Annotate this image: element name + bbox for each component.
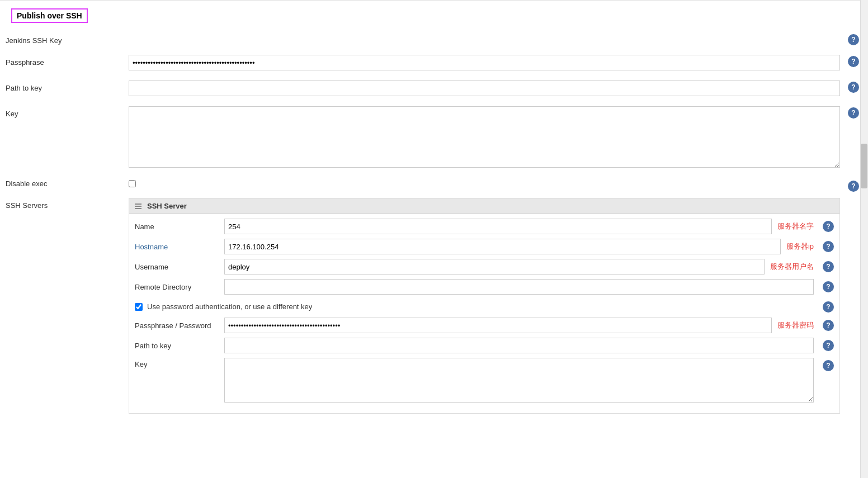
jenkins-ssh-key-row: Jenkins SSH Key ? [0,31,868,47]
hostname-row: Hostname 服务器ip ? [135,239,834,254]
remote-directory-input[interactable] [224,279,814,295]
path-to-key-label: Path to key [6,81,129,92]
jenkins-ssh-key-help-button[interactable]: ? [848,34,859,45]
server-passphrase-help-button[interactable]: ? [823,320,834,331]
key-field-wrap [129,106,840,169]
scrollbar-track [860,0,868,478]
server-passphrase-input[interactable] [224,318,772,333]
server-path-to-key-row: Path to key ? [135,338,834,353]
server-key-label: Key [135,358,224,368]
key-textarea[interactable] [129,106,840,168]
remote-directory-help-button[interactable]: ? [823,281,834,292]
hostname-field-wrap: 服务器ip [224,239,814,254]
path-to-key-help-button[interactable]: ? [848,82,859,93]
server-passphrase-field-wrap: 服务器密码 [224,318,814,333]
name-input[interactable] [224,219,772,234]
username-help-button[interactable]: ? [823,261,834,272]
use-password-row: Use password authentication, or use a di… [135,299,834,314]
name-row: Name 服务器名字 ? [135,219,834,234]
name-label: Name [135,223,224,231]
server-path-to-key-help-button[interactable]: ? [823,340,834,351]
key-label: Key [6,106,129,118]
path-to-key-input[interactable] [129,81,840,96]
hostname-label: Hostname [135,243,224,251]
section-title: Publish over SSH [11,8,88,23]
remote-directory-field-wrap [224,279,814,295]
hostname-hint: 服务器ip [786,242,814,252]
server-key-row: Key ? [135,358,834,404]
username-hint: 服务器用户名 [770,262,814,272]
path-to-key-field-wrap [129,81,840,96]
passphrase-row: Passphrase ? [0,53,868,73]
ssh-servers-row: SSH Servers SSH Server Name [0,196,868,416]
path-to-key-row: Path to key ? [0,78,868,98]
passphrase-help-button[interactable]: ? [848,56,859,67]
remote-directory-label: Remote Directory [135,283,224,291]
key-help-button[interactable]: ? [848,107,859,119]
server-path-to-key-label: Path to key [135,342,224,350]
passphrase-label: Passphrase [6,55,129,67]
jenkins-ssh-key-label: Jenkins SSH Key [6,33,129,45]
server-path-to-key-input[interactable] [224,338,814,353]
server-key-field-wrap [224,358,814,404]
hostname-input[interactable] [224,239,781,254]
server-key-textarea[interactable] [224,358,814,403]
username-row: Username 服务器用户名 ? [135,259,834,275]
passphrase-field-wrap [129,55,840,70]
disable-exec-help-button[interactable]: ? [848,181,859,192]
ssh-server-header-label: SSH Server [147,202,187,210]
username-input[interactable] [224,259,765,275]
passphrase-input[interactable] [129,55,840,70]
server-passphrase-hint: 服务器密码 [777,320,814,330]
server-passphrase-row: Passphrase / Password 服务器密码 ? [135,318,834,333]
drag-handle[interactable] [135,203,141,209]
disable-exec-row: Disable exec ? [0,177,868,190]
username-label: Username [135,263,224,271]
use-password-label: Use password authentication, or use a di… [147,302,312,311]
key-row: Key ? [0,104,868,172]
disable-exec-label: Disable exec [6,179,129,188]
use-password-help-button[interactable]: ? [823,301,834,313]
server-key-help-button[interactable]: ? [823,360,834,371]
username-field-wrap: 服务器用户名 [224,259,814,275]
ssh-server-body: Name 服务器名字 ? Hostname 服务器ip [129,214,839,413]
name-hint: 服务器名字 [777,221,814,231]
page-container: Publish over SSH Jenkins SSH Key ? Passp… [0,0,868,478]
server-path-to-key-field-wrap [224,338,814,353]
name-field-wrap: 服务器名字 [224,219,814,234]
use-password-checkbox[interactable] [135,303,143,311]
ssh-server-block-wrap: SSH Server Name 服务器名字 ? [129,198,840,414]
ssh-servers-label: SSH Servers [6,198,129,210]
scrollbar-thumb[interactable] [861,144,867,188]
disable-exec-checkbox[interactable] [129,180,136,187]
server-passphrase-label: Passphrase / Password [135,321,224,330]
hostname-help-button[interactable]: ? [823,241,834,252]
ssh-server-block: SSH Server Name 服务器名字 ? [129,198,840,414]
remote-directory-row: Remote Directory ? [135,279,834,295]
name-help-button[interactable]: ? [823,221,834,232]
ssh-server-header: SSH Server [129,198,839,214]
